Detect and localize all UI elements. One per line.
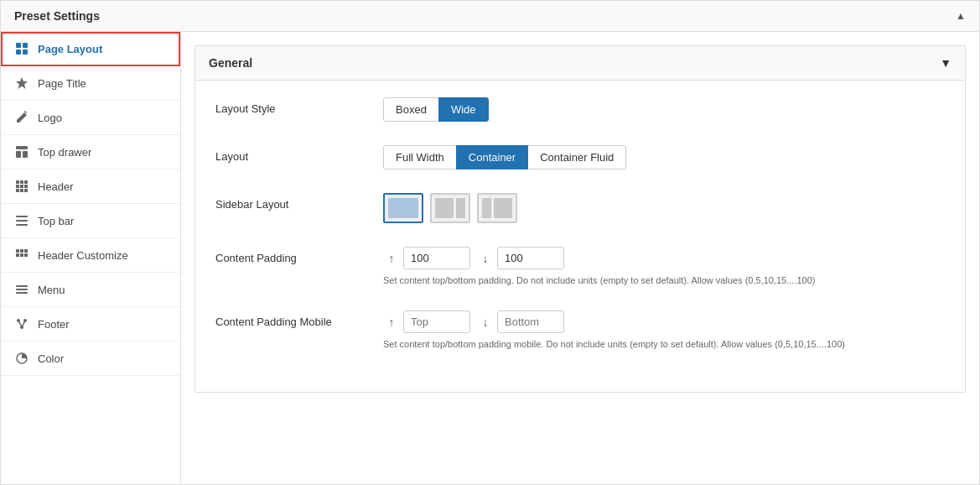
layout-col-main-3: [494, 198, 512, 218]
collapse-icon[interactable]: ▲: [956, 10, 966, 22]
svg-rect-18: [16, 220, 28, 222]
content-padding-row: Content Padding ↑ ↓: [215, 247, 945, 287]
layout-container-btn[interactable]: Container: [456, 145, 528, 169]
svg-rect-8: [16, 180, 19, 184]
layout-full-width-btn[interactable]: Full Width: [383, 145, 457, 169]
general-section: General ▼ Layout Style Boxed Wide: [194, 45, 966, 393]
layout-icon: [14, 144, 29, 159]
sidebar-item-logo-label: Logo: [38, 112, 62, 124]
content-padding-mobile-label: Content Padding Mobile: [215, 310, 366, 328]
content-padding-bottom-input[interactable]: [497, 247, 564, 269]
content-padding-help: Set content top/bottom padding. Do not i…: [383, 274, 945, 287]
grid-icon: [14, 41, 29, 56]
arrow-down-mobile-icon: ↓: [477, 314, 494, 331]
sidebar-item-top-bar[interactable]: Top bar: [1, 204, 180, 238]
svg-rect-19: [16, 224, 28, 226]
sidebar-item-top-bar-label: Top bar: [38, 215, 74, 227]
svg-rect-23: [16, 253, 19, 257]
svg-rect-13: [24, 185, 28, 188]
arrow-up-mobile-icon: ↑: [383, 314, 400, 331]
layout-style-boxed-btn[interactable]: Boxed: [383, 97, 439, 122]
content-padding-mobile-top-group: ↑: [383, 310, 470, 333]
svg-rect-17: [16, 216, 28, 217]
sidebar-item-footer-label: Footer: [38, 318, 70, 331]
sidebar-item-menu[interactable]: Menu: [1, 273, 180, 307]
content-padding-mobile-top-input[interactable]: [403, 310, 470, 333]
sidebar-item-header[interactable]: Header: [1, 169, 180, 204]
sidebar-item-page-title[interactable]: Page Title: [1, 66, 180, 101]
general-section-collapse-icon[interactable]: ▼: [940, 56, 951, 70]
svg-rect-12: [20, 185, 23, 188]
sidebar-item-logo[interactable]: Logo: [1, 101, 180, 135]
preset-settings-panel: Preset Settings ▲ Page Layout: [0, 0, 980, 485]
svg-marker-4: [16, 77, 28, 89]
svg-rect-5: [16, 146, 28, 149]
customize-icon: [14, 248, 29, 263]
svg-rect-7: [23, 151, 28, 158]
content-padding-label: Content Padding: [215, 247, 366, 264]
svg-rect-20: [16, 249, 19, 253]
content-padding-mobile-bottom-input[interactable]: [497, 310, 564, 333]
layout-col-main-2: [435, 198, 454, 218]
layout-row: Layout Full Width Container Container Fl…: [215, 145, 945, 169]
svg-rect-21: [20, 249, 23, 253]
arrow-down-icon: ↓: [477, 250, 494, 267]
sidebar-item-page-title-label: Page Title: [38, 77, 86, 90]
svg-rect-22: [24, 249, 28, 253]
preset-header: Preset Settings ▲: [1, 1, 979, 32]
menu-icon: [14, 282, 29, 297]
preset-title: Preset Settings: [14, 9, 100, 23]
sidebar-layout-full-option[interactable]: [383, 193, 423, 223]
sidebar-item-header-customize-label: Header Customize: [38, 249, 128, 262]
svg-rect-15: [20, 189, 23, 192]
sidebar-layout-left-option[interactable]: [477, 193, 517, 223]
pen-icon: [14, 110, 29, 125]
star-icon: [14, 76, 29, 91]
svg-rect-16: [24, 189, 28, 192]
layout-style-wide-btn[interactable]: Wide: [438, 97, 489, 122]
content-padding-bottom-group: ↓: [477, 247, 564, 269]
sidebar-layout-row: Sidebar Layout: [215, 193, 945, 223]
layout-col-side-2: [456, 198, 465, 218]
layout-col-main: [388, 198, 418, 218]
layout-style-row: Layout Style Boxed Wide: [215, 97, 945, 122]
content-padding-inputs: ↑ ↓: [383, 247, 945, 269]
svg-rect-1: [23, 43, 28, 48]
svg-rect-2: [16, 50, 21, 55]
content-padding-mobile-bottom-group: ↓: [477, 310, 564, 333]
sidebar-layout-right-option[interactable]: [430, 193, 470, 223]
sidebar-item-color[interactable]: Color: [1, 342, 180, 376]
color-icon: [14, 351, 29, 366]
svg-rect-3: [23, 50, 28, 55]
sidebar: Page Layout Page Title Logo: [1, 32, 181, 484]
svg-line-32: [18, 321, 22, 327]
sidebar-item-color-label: Color: [38, 352, 64, 365]
svg-rect-0: [16, 43, 21, 48]
content-padding-top-group: ↑: [383, 247, 470, 269]
content-padding-top-input[interactable]: [403, 247, 470, 269]
sidebar-layout-options: [383, 193, 945, 223]
svg-rect-24: [20, 253, 23, 257]
main-content: General ▼ Layout Style Boxed Wide: [181, 32, 979, 484]
content-padding-control: ↑ ↓ Set content top/bottom padding. Do n…: [383, 247, 945, 287]
layout-control: Full Width Container Container Fluid: [383, 145, 945, 169]
svg-rect-9: [20, 180, 23, 184]
sidebar-item-footer[interactable]: Footer: [1, 307, 180, 342]
sidebar-item-page-layout[interactable]: Page Layout: [1, 32, 180, 66]
sidebar-item-top-drawer[interactable]: Top drawer: [1, 135, 180, 169]
svg-rect-26: [16, 285, 28, 287]
svg-rect-10: [24, 180, 28, 184]
sidebar-item-top-drawer-label: Top drawer: [38, 146, 91, 159]
layout-container-fluid-btn[interactable]: Container Fluid: [527, 145, 626, 169]
footer-icon: [14, 316, 29, 331]
svg-rect-28: [16, 292, 28, 294]
sidebar-item-header-label: Header: [38, 180, 74, 193]
layout-style-btn-group: Boxed Wide: [383, 97, 945, 122]
layout-btn-group: Full Width Container Container Fluid: [383, 145, 945, 169]
sidebar-item-header-customize[interactable]: Header Customize: [1, 238, 180, 273]
content-padding-mobile-control: ↑ ↓ Set content top/bottom padding mobil…: [383, 310, 945, 351]
list-icon: [14, 213, 29, 228]
general-section-header[interactable]: General ▼: [195, 46, 965, 81]
general-section-body: Layout Style Boxed Wide Layout: [195, 81, 965, 392]
grid-small-icon: [14, 179, 29, 194]
